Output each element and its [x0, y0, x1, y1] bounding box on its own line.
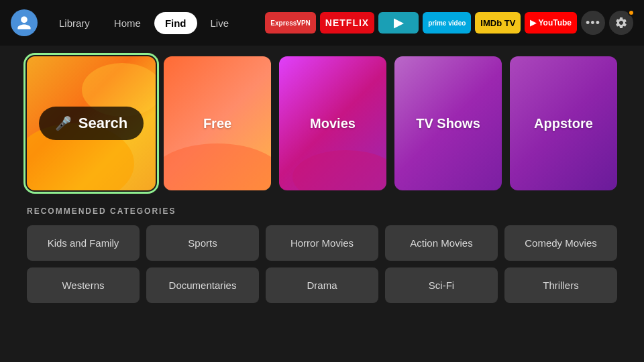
settings-notification-dot [628, 9, 635, 16]
app-freevee[interactable]: ▶ [378, 12, 419, 34]
nav-find[interactable]: Find [154, 12, 197, 34]
app-expressvpn[interactable]: ExpressVPN [265, 12, 315, 34]
free-tile[interactable]: Free [164, 56, 271, 190]
category-comedy-movies[interactable]: Comedy Movies [504, 225, 617, 261]
more-apps-button[interactable]: ••• [581, 11, 605, 35]
top-navigation: Library Home Find Live ExpressVPN NETFLI… [0, 0, 644, 46]
app-imdb[interactable]: IMDb TV [475, 12, 521, 34]
category-kids-family[interactable]: Kids and Family [27, 225, 140, 261]
category-action-movies[interactable]: Action Movies [385, 225, 498, 261]
category-documentaries[interactable]: Documentaries [146, 267, 259, 303]
app-prime[interactable]: prime video [423, 12, 471, 34]
avatar[interactable] [11, 9, 38, 36]
movies-tile[interactable]: Movies [279, 56, 386, 190]
nav-apps: ExpressVPN NETFLIX ▶ prime video IMDb TV… [265, 11, 633, 35]
avatar-icon [16, 15, 32, 31]
category-sports[interactable]: Sports [146, 225, 259, 261]
tiles-row: 🎤 Search Free Movies TV Shows Appstore [27, 56, 617, 190]
category-drama[interactable]: Drama [266, 267, 378, 303]
app-netflix[interactable]: NETFLIX [320, 12, 374, 34]
gear-icon [614, 16, 628, 29]
movies-label: Movies [310, 116, 356, 131]
app-youtube[interactable]: ▶ YouTube [525, 12, 577, 34]
category-scifi[interactable]: Sci-Fi [385, 267, 498, 303]
search-button[interactable]: 🎤 Search [39, 107, 144, 140]
category-westerns[interactable]: Westerns [27, 267, 140, 303]
settings-button[interactable] [609, 11, 633, 35]
nav-home[interactable]: Home [103, 12, 152, 34]
tvshows-label: TV Shows [416, 116, 480, 131]
section-title: RECOMMENDED CATEGORIES [27, 206, 617, 216]
appstore-tile[interactable]: Appstore [510, 56, 617, 190]
search-tile[interactable]: 🎤 Search [27, 56, 156, 190]
nav-links: Library Home Find Live [48, 12, 239, 34]
mic-icon: 🎤 [55, 115, 72, 131]
tvshows-tile[interactable]: TV Shows [394, 56, 502, 190]
free-label: Free [203, 116, 231, 131]
main-content: 🎤 Search Free Movies TV Shows Appstore R… [0, 46, 644, 314]
categories-grid: Kids and Family Sports Horror Movies Act… [27, 225, 617, 303]
search-label: Search [78, 115, 127, 132]
nav-library[interactable]: Library [48, 12, 101, 34]
appstore-label: Appstore [534, 116, 593, 131]
category-thrillers[interactable]: Thrillers [504, 267, 617, 303]
category-horror-movies[interactable]: Horror Movies [266, 225, 378, 261]
nav-live[interactable]: Live [200, 12, 240, 34]
recommended-section: RECOMMENDED CATEGORIES Kids and Family S… [27, 206, 617, 303]
